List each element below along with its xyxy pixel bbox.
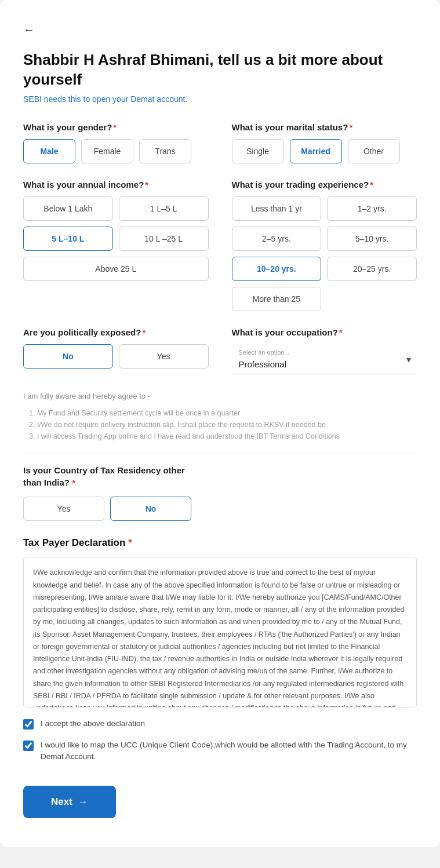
agreement-item-2: 2. I/We do not require delivery instruct… — [29, 421, 417, 429]
accept-declaration-label: I accept the above declaration — [41, 718, 145, 730]
accept-declaration-row: I accept the above declaration — [23, 718, 417, 730]
trading-options: Less than 1 yr 1–2 yrs. 2–5 yrs. 5–10 yr… — [232, 196, 417, 311]
occupation-label: What is your occupation?* — [232, 327, 417, 337]
politically-exposed-group: Are you politically exposed?* No Yes — [23, 327, 209, 374]
trading-1-2-button[interactable]: 1–2 yrs. — [327, 196, 417, 221]
occupation-select-wrapper: Select an option... Professional Busines… — [232, 344, 417, 374]
political-options: No Yes — [23, 344, 209, 369]
agreement-list: 1. My Fund and Security settlement cycle… — [29, 409, 417, 440]
gender-required: * — [113, 122, 117, 132]
gender-trans-button[interactable]: Trans — [139, 139, 191, 163]
ucc-map-row: I would like to map the UCC (Unique Clie… — [23, 739, 417, 763]
tax-residency-label: Is your Country of Tax Residency otherth… — [23, 464, 417, 488]
marital-married-button[interactable]: Married — [290, 139, 342, 163]
trading-20-25-button[interactable]: 20–25 yrs. — [327, 257, 417, 281]
gender-male-button[interactable]: Male — [23, 139, 75, 163]
income-options: Below 1 Lakh 1 L–5 L 5 L–10 L 10 L –25 L… — [23, 196, 209, 281]
tax-residency-yes-button[interactable]: Yes — [23, 497, 104, 521]
declaration-text: I/We acknowledge and confirm that the in… — [23, 557, 417, 707]
annual-income-group: What is your annual income?* Below 1 Lak… — [23, 180, 209, 311]
declaration-section: Tax Payer Declaration * I/We acknowledge… — [23, 537, 417, 763]
declaration-title: Tax Payer Declaration * — [23, 537, 417, 549]
income-1-5-button[interactable]: 1 L–5 L — [119, 196, 209, 221]
trading-lt1-button[interactable]: Less than 1 yr — [232, 196, 322, 221]
next-button[interactable]: Next → — [23, 786, 116, 818]
gender-options: Male Female Trans — [23, 139, 209, 163]
income-below1-button[interactable]: Below 1 Lakh — [23, 196, 113, 221]
trading-gt25-button[interactable]: More than 25 — [232, 287, 322, 311]
next-button-label: Next — [51, 796, 72, 808]
gender-label: What is your gender?* — [23, 122, 209, 132]
ucc-map-label: I would like to map the UCC (Unique Clie… — [41, 739, 417, 763]
divider — [23, 452, 417, 453]
income-required: * — [145, 180, 148, 189]
next-arrow-icon: → — [78, 796, 88, 808]
agreement-item-3: 3. I will access Trading App online and … — [29, 432, 417, 440]
political-yes-button[interactable]: Yes — [119, 344, 209, 369]
occupation-required: * — [339, 327, 343, 337]
page-subtitle: SEBI needs this to open your Demat accou… — [23, 94, 417, 104]
income-above25-button[interactable]: Above 25 L — [23, 257, 209, 281]
gender-group: What is your gender?* Male Female Trans — [23, 122, 209, 163]
marital-status-options: Single Married Other — [232, 139, 417, 163]
declaration-required: * — [128, 537, 132, 548]
tax-residency-options: Yes No — [23, 497, 417, 521]
income-10-25-button[interactable]: 10 L –25 L — [119, 227, 209, 251]
page-title: Shabbir H Ashraf Bhimani, tell us a bit … — [23, 50, 417, 90]
tax-residency-group: Is your Country of Tax Residency otherth… — [23, 464, 417, 521]
gender-female-button[interactable]: Female — [81, 139, 133, 163]
marital-other-button[interactable]: Other — [348, 139, 400, 163]
trading-5-10-button[interactable]: 5–10 yrs. — [327, 227, 417, 251]
ucc-map-checkbox[interactable] — [23, 741, 34, 751]
trading-10-20-button[interactable]: 10–20 yrs. — [232, 257, 322, 281]
political-required: * — [142, 327, 146, 337]
agreement-intro: I am fully aware and hereby agree to - — [23, 391, 417, 403]
trading-experience-label: What is your trading experience?* — [232, 180, 417, 189]
back-button[interactable]: ← — [23, 23, 35, 37]
trading-experience-group: What is your trading experience?* Less t… — [232, 180, 417, 311]
marital-status-label: What is your marital status?* — [232, 122, 417, 132]
marital-status-group: What is your marital status?* Single Mar… — [232, 122, 417, 163]
accept-declaration-checkbox[interactable] — [23, 719, 34, 730]
annual-income-label: What is your annual income?* — [23, 180, 209, 189]
marital-single-button[interactable]: Single — [232, 139, 284, 163]
income-5-10-button[interactable]: 5 L–10 L — [23, 227, 113, 251]
tax-residency-no-button[interactable]: No — [110, 497, 191, 521]
tax-residency-required: * — [70, 477, 75, 487]
marital-required: * — [349, 122, 352, 132]
politically-exposed-label: Are you politically exposed?* — [23, 327, 209, 337]
occupation-group: What is your occupation?* Select an opti… — [232, 327, 417, 374]
occupation-placeholder: Select an option... — [239, 349, 290, 356]
political-no-button[interactable]: No — [23, 344, 113, 369]
trading-2-5-button[interactable]: 2–5 yrs. — [232, 227, 322, 251]
trading-required: * — [370, 180, 373, 189]
agreement-item-1: 1. My Fund and Security settlement cycle… — [29, 409, 417, 417]
